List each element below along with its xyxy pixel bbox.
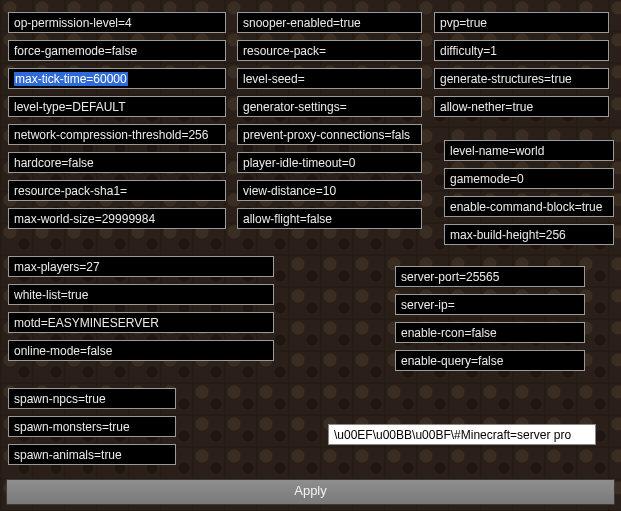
prop-text: online-mode=false xyxy=(14,344,112,358)
prop-text: server-port=25565 xyxy=(401,270,499,284)
apply-label: Apply xyxy=(294,483,327,498)
prop-text: level-type=DEFAULT xyxy=(14,100,126,114)
prop-text: resource-pack-sha1= xyxy=(14,184,127,198)
prop-force-gamemode[interactable]: force-gamemode=false xyxy=(8,40,226,61)
prop-text: enable-rcon=false xyxy=(401,326,497,340)
prop-text: max-build-height=256 xyxy=(450,228,566,242)
prop-text: spawn-monsters=true xyxy=(14,420,130,434)
prop-text: spawn-animals=true xyxy=(14,448,122,462)
prop-text: resource-pack= xyxy=(243,44,326,58)
prop-difficulty[interactable]: difficulty=1 xyxy=(434,40,609,61)
prop-spawn-npcs[interactable]: spawn-npcs=true xyxy=(8,388,176,409)
prop-text: op-permission-level=4 xyxy=(14,16,132,30)
prop-text: white-list=true xyxy=(14,288,88,302)
prop-enable-command-block[interactable]: enable-command-block=true xyxy=(444,196,614,217)
prop-spawn-animals[interactable]: spawn-animals=true xyxy=(8,444,176,465)
prop-generate-structures[interactable]: generate-structures=true xyxy=(434,68,609,89)
prop-text: force-gamemode=false xyxy=(14,44,137,58)
prop-text: level-seed= xyxy=(243,72,305,86)
prop-text: max-world-size=29999984 xyxy=(14,212,155,226)
prop-spawn-monsters[interactable]: spawn-monsters=true xyxy=(8,416,176,437)
prop-text: enable-command-block=true xyxy=(450,200,602,214)
prop-white-list[interactable]: white-list=true xyxy=(8,284,274,305)
prop-text: max-tick-time=60000 xyxy=(14,72,128,86)
prop-generator-settings[interactable]: generator-settings= xyxy=(237,96,422,117)
prop-pvp[interactable]: pvp=true xyxy=(434,12,609,33)
prop-max-world-size[interactable]: max-world-size=29999984 xyxy=(8,208,226,229)
prop-text: prevent-proxy-connections=fals xyxy=(243,128,410,142)
prop-raw-header[interactable]: \u00EF\u00BB\u00BF\#Minecraft=server pro xyxy=(328,424,596,445)
prop-max-build-height[interactable]: max-build-height=256 xyxy=(444,224,614,245)
prop-player-idle-timeout[interactable]: player-idle-timeout=0 xyxy=(237,152,422,173)
prop-text: level-name=world xyxy=(450,144,544,158)
apply-button[interactable]: Apply xyxy=(6,479,615,505)
prop-view-distance[interactable]: view-distance=10 xyxy=(237,180,422,201)
prop-text: hardcore=false xyxy=(14,156,94,170)
prop-snooper-enabled[interactable]: snooper-enabled=true xyxy=(237,12,422,33)
prop-resource-pack-sha1[interactable]: resource-pack-sha1= xyxy=(8,180,226,201)
prop-prevent-proxy-connections[interactable]: prevent-proxy-connections=fals xyxy=(237,124,422,145)
prop-server-ip[interactable]: server-ip= xyxy=(395,294,585,315)
prop-gamemode[interactable]: gamemode=0 xyxy=(444,168,614,189)
prop-enable-rcon[interactable]: enable-rcon=false xyxy=(395,322,585,343)
prop-text: enable-query=false xyxy=(401,354,503,368)
prop-text: pvp=true xyxy=(440,16,487,30)
prop-max-players[interactable]: max-players=27 xyxy=(8,256,274,277)
prop-text: generate-structures=true xyxy=(440,72,572,86)
prop-text: network-compression-threshold=256 xyxy=(14,128,208,142)
prop-text: motd=EASYMINESERVER xyxy=(14,316,159,330)
prop-level-name[interactable]: level-name=world xyxy=(444,140,614,161)
prop-text: difficulty=1 xyxy=(440,44,497,58)
prop-allow-flight[interactable]: allow-flight=false xyxy=(237,208,422,229)
prop-text: server-ip= xyxy=(401,298,455,312)
prop-text: \u00EF\u00BB\u00BF\#Minecraft=server pro xyxy=(334,428,571,442)
prop-text: allow-nether=true xyxy=(440,100,533,114)
prop-motd[interactable]: motd=EASYMINESERVER xyxy=(8,312,274,333)
prop-allow-nether[interactable]: allow-nether=true xyxy=(434,96,609,117)
prop-hardcore[interactable]: hardcore=false xyxy=(8,152,226,173)
prop-online-mode[interactable]: online-mode=false xyxy=(8,340,274,361)
prop-text: spawn-npcs=true xyxy=(14,392,106,406)
prop-network-compression-threshold[interactable]: network-compression-threshold=256 xyxy=(8,124,226,145)
prop-text: view-distance=10 xyxy=(243,184,336,198)
prop-text: max-players=27 xyxy=(14,260,100,274)
prop-op-permission-level[interactable]: op-permission-level=4 xyxy=(8,12,226,33)
prop-resource-pack[interactable]: resource-pack= xyxy=(237,40,422,61)
prop-text: player-idle-timeout=0 xyxy=(243,156,355,170)
prop-level-seed[interactable]: level-seed= xyxy=(237,68,422,89)
prop-enable-query[interactable]: enable-query=false xyxy=(395,350,585,371)
prop-text: allow-flight=false xyxy=(243,212,332,226)
prop-text: gamemode=0 xyxy=(450,172,524,186)
prop-server-port[interactable]: server-port=25565 xyxy=(395,266,585,287)
prop-text: generator-settings= xyxy=(243,100,347,114)
prop-text: snooper-enabled=true xyxy=(243,16,361,30)
prop-max-tick-time[interactable]: max-tick-time=60000 xyxy=(8,68,226,89)
prop-level-type[interactable]: level-type=DEFAULT xyxy=(8,96,226,117)
